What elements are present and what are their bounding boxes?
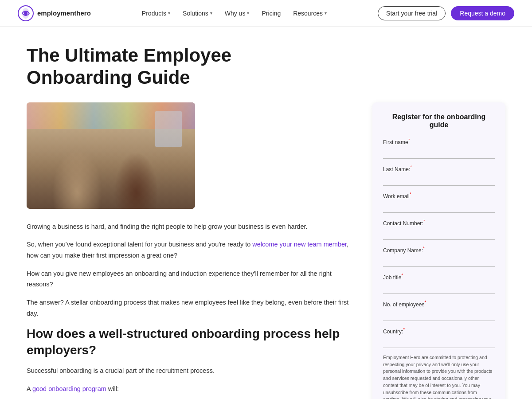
field-label-work-email: Work email* [383,192,495,200]
article-para-5: Successful onboarding is a crucial part … [27,365,355,376]
field-work-email: Work email* [383,192,495,213]
chevron-down-icon: ▾ [247,11,249,16]
article-column: Growing a business is hard, and finding … [27,102,355,399]
chevron-down-icon: ▾ [210,11,212,16]
nav-links: Products ▾ Solutions ▾ Why us ▾ Pricing … [142,10,327,17]
welcome-team-member-link[interactable]: welcome your new team member [252,241,347,248]
field-label-last-name: Last Name:* [383,165,495,172]
logo-text: employmenthero [37,9,91,17]
start-trial-button[interactable]: Start your free trial [378,6,446,20]
request-demo-button[interactable]: Request a demo [451,6,514,20]
good-onboarding-link[interactable]: good onboarding program [32,385,106,392]
chevron-down-icon: ▾ [325,11,327,16]
navbar: employmenthero Products ▾ Solutions ▾ Wh… [0,0,532,27]
last-name-input[interactable] [383,174,495,186]
country-input[interactable] [383,336,495,348]
logo-icon [18,5,34,21]
section-heading: How does a well-structured onboarding pr… [27,326,355,358]
field-label-num-employees: No. of employees* [383,300,495,308]
article-body: Growing a business is hard, and finding … [27,221,355,399]
contact-number-input[interactable] [383,228,495,240]
field-country: Country:* [383,327,495,348]
article-para-2: So, when you've found exceptional talent… [27,239,355,261]
num-employees-input[interactable] [383,309,495,321]
chevron-down-icon: ▾ [168,11,170,16]
job-title-input[interactable] [383,282,495,294]
page-title: The Ultimate Employee Onboarding Guide [27,44,319,89]
nav-solutions[interactable]: Solutions ▾ [183,10,212,17]
article-para-3: How can you give new employees an onboar… [27,268,355,290]
nav-products[interactable]: Products ▾ [142,10,170,17]
field-last-name: Last Name:* [383,165,495,186]
article-para-4: The answer? A stellar onboarding process… [27,297,355,319]
hero-image [27,102,195,209]
field-num-employees: No. of employees* [383,300,495,321]
hero-image-overlay [27,102,195,209]
nav-actions: Start your free trial Request a demo [378,6,514,20]
field-label-country: Country:* [383,327,495,335]
company-name-input[interactable] [383,255,495,267]
form-card: Register for the onboarding guide First … [372,102,505,399]
field-label-contact-number: Contact Number:* [383,219,495,227]
field-label-job-title: Job title* [383,273,495,281]
svg-point-2 [24,12,27,15]
field-job-title: Job title* [383,273,495,294]
page-wrapper: The Ultimate Employee Onboarding Guide G… [18,27,514,399]
privacy-text: Employment Hero are committed to protect… [383,354,495,399]
article-para-1: Growing a business is hard, and finding … [27,221,355,232]
field-company-name: Company Name:* [383,246,495,267]
form-column: Register for the onboarding guide First … [372,102,505,399]
form-title: Register for the onboarding guide [383,113,495,129]
logo[interactable]: employmenthero [18,5,91,21]
field-first-name: First name* [383,138,495,159]
field-contact-number: Contact Number:* [383,219,495,240]
work-email-input[interactable] [383,201,495,213]
nav-resources[interactable]: Resources ▾ [293,10,327,17]
field-label-first-name: First name* [383,138,495,145]
first-name-input[interactable] [383,147,495,159]
content-row: Growing a business is hard, and finding … [27,102,505,399]
nav-why-us[interactable]: Why us ▾ [225,10,250,17]
field-label-company-name: Company Name:* [383,246,495,254]
article-para-6: A good onboarding program will: [27,383,355,395]
nav-pricing[interactable]: Pricing [262,10,281,17]
